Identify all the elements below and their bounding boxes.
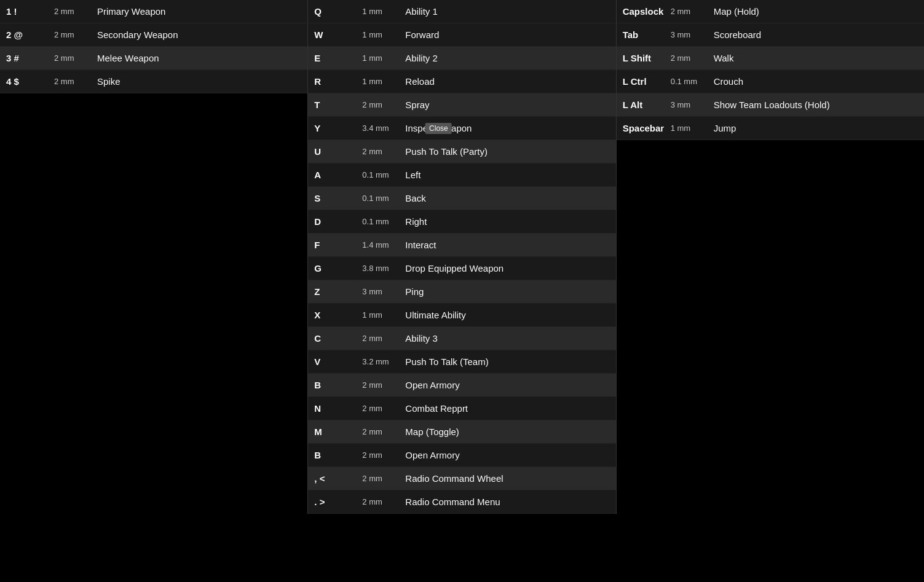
table-row: Capslock2 mmMap (Hold) (617, 0, 924, 23)
mm-value: 2 mm (49, 7, 92, 16)
mm-value: 2 mm (357, 497, 400, 506)
key-label: 1 ! (0, 6, 49, 17)
action-label: Open Armory (400, 450, 615, 460)
key-label: 4 $ (0, 76, 49, 87)
key-label: L Ctrl (617, 76, 666, 87)
key-label: 2 @ (0, 29, 49, 40)
key-label: . > (308, 497, 357, 507)
key-label: A (308, 170, 357, 180)
table-row: X1 mmUltimate Ability (308, 304, 615, 327)
action-label: Melee Weapon (92, 53, 307, 63)
key-label: Spacebar (617, 123, 666, 133)
action-label: Open Armory (400, 380, 615, 390)
action-label: Crouch (709, 76, 924, 87)
mm-value: 0.1 mm (357, 170, 400, 179)
table-row: W1 mmForward (308, 23, 615, 47)
table-row: D0.1 mmRight (308, 210, 615, 234)
table-row: Z3 mmPing (308, 280, 615, 304)
mm-value: 1 mm (357, 7, 400, 16)
key-label: 3 # (0, 53, 49, 63)
table-row: 2 @2 mmSecondary Weapon (0, 23, 307, 47)
action-label: Push To Talk (Team) (400, 356, 615, 367)
mm-value: 3 mm (666, 30, 709, 39)
table-row: 1 !2 mmPrimary Weapon (0, 0, 307, 23)
key-label: Y (308, 123, 357, 133)
key-label: V (308, 356, 357, 367)
table-row: L Alt3 mmShow Team Loadouts (Hold) (617, 93, 924, 117)
action-label: Drop Equipped Weapon (400, 263, 615, 273)
action-label: Ability 2 (400, 53, 615, 63)
table-row: L Ctrl0.1 mmCrouch (617, 70, 924, 93)
table-row: V3.2 mmPush To Talk (Team) (308, 350, 615, 374)
table-row: R1 mmReload (308, 70, 615, 93)
column-1: 1 !2 mmPrimary Weapon2 @2 mmSecondary We… (0, 0, 308, 514)
mm-value: 0.1 mm (666, 77, 709, 86)
action-label: Spike (92, 76, 307, 87)
action-label: Right (400, 216, 615, 227)
table-row: E1 mmAbility 2 (308, 47, 615, 70)
mm-value: 2 mm (49, 53, 92, 63)
action-label: Radio Command Wheel (400, 473, 615, 484)
action-label: Forward (400, 29, 615, 40)
action-label: Ability 3 (400, 333, 615, 344)
tooltip-container: Inspect WeaponClose (405, 123, 472, 133)
mm-value: 2 mm (357, 404, 400, 413)
key-label: R (308, 76, 357, 87)
key-label: L Shift (617, 53, 666, 63)
key-label: Capslock (617, 6, 666, 17)
table-row: 4 $2 mmSpike (0, 70, 307, 93)
mm-value: 3 mm (666, 100, 709, 109)
mm-value: 2 mm (666, 53, 709, 63)
key-label: F (308, 240, 357, 250)
mm-value: 2 mm (357, 334, 400, 343)
table-row: Y3.4 mmInspect WeaponClose (308, 117, 615, 140)
mm-value: 3.2 mm (357, 357, 400, 366)
table-row: B2 mmOpen Armory (308, 444, 615, 467)
mm-value: 2 mm (357, 147, 400, 156)
action-label: Radio Command Menu (400, 497, 615, 507)
column-3: Capslock2 mmMap (Hold)Tab3 mmScoreboardL… (617, 0, 924, 514)
action-label: Ultimate Ability (400, 310, 615, 320)
mm-value: 2 mm (666, 7, 709, 16)
mm-value: 2 mm (357, 427, 400, 436)
key-label: G (308, 263, 357, 273)
mm-value: 3.8 mm (357, 264, 400, 273)
key-label: Tab (617, 29, 666, 40)
table-row: T2 mmSpray (308, 93, 615, 117)
key-label: , < (308, 473, 357, 484)
action-label: Scoreboard (709, 29, 924, 40)
mm-value: 2 mm (357, 450, 400, 460)
key-label: Q (308, 6, 357, 17)
action-label: Push To Talk (Party) (400, 146, 615, 157)
tooltip-close[interactable]: Close (425, 123, 452, 134)
action-label: Show Team Loadouts (Hold) (709, 100, 924, 110)
action-label: Primary Weapon (92, 6, 307, 17)
keybind-grid: 1 !2 mmPrimary Weapon2 @2 mmSecondary We… (0, 0, 924, 514)
action-label: Secondary Weapon (92, 29, 307, 40)
key-label: B (308, 380, 357, 390)
table-row: , <2 mmRadio Command Wheel (308, 467, 615, 490)
mm-value: 2 mm (357, 474, 400, 483)
key-label: X (308, 310, 357, 320)
mm-value: 0.1 mm (357, 194, 400, 203)
action-label: Back (400, 193, 615, 203)
table-row: N2 mmCombat Repprt (308, 397, 615, 420)
mm-value: 1.4 mm (357, 240, 400, 250)
key-label: B (308, 450, 357, 460)
table-row: Q1 mmAbility 1 (308, 0, 615, 23)
table-row: G3.8 mmDrop Equipped Weapon (308, 257, 615, 280)
table-row: S0.1 mmBack (308, 187, 615, 210)
table-row: L Shift2 mmWalk (617, 47, 924, 70)
key-label: M (308, 427, 357, 437)
action-label: Reload (400, 76, 615, 87)
key-label: W (308, 29, 357, 40)
action-label: Map (Toggle) (400, 427, 615, 437)
mm-value: 3 mm (357, 287, 400, 296)
action-label: Left (400, 170, 615, 180)
mm-value: 0.1 mm (357, 217, 400, 226)
key-label: L Alt (617, 100, 666, 110)
action-label: Map (Hold) (709, 6, 924, 17)
key-label: E (308, 53, 357, 63)
action-label: Interact (400, 240, 615, 250)
table-row: B2 mmOpen Armory (308, 374, 615, 397)
